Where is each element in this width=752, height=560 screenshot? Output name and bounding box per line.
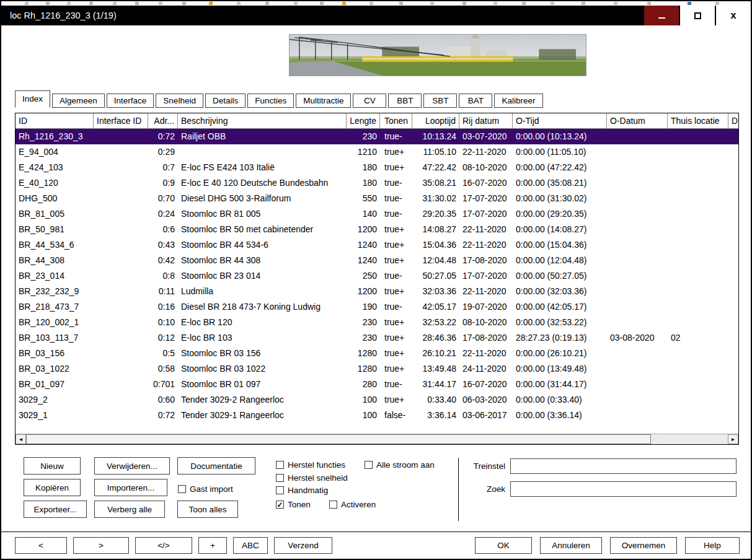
table-cell [94,346,148,361]
maximize-icon [694,12,701,19]
table-row[interactable]: BR_232_232_90:11Ludmilla1200true+32:03.3… [15,284,738,299]
checkbox-icon [276,486,284,494]
table-cell: BR_23_014 [15,268,94,284]
tab-kalibreer[interactable]: Kalibreer [494,94,542,108]
overnemen-button[interactable]: Overnemen [610,537,677,554]
documentatie-button[interactable]: Documentatie [177,457,255,475]
table-cell: 0:00.00 (14:08.27) [513,222,607,237]
table-cell: 16-07-2020 [459,377,513,392]
table-row[interactable]: E_94_0040:291210true+11:05.1022-11-20200… [15,144,738,160]
ok-button[interactable]: OK [475,537,532,554]
column-header[interactable]: Beschrijving [178,113,347,128]
importeren-button[interactable]: Importeren... [94,479,167,496]
nieuw-button[interactable]: Nieuw [24,457,81,475]
table-cell: BR_44_534_6 [15,237,94,253]
column-header[interactable]: O-Datum [607,113,668,128]
tab-interface[interactable]: Interface [107,94,154,108]
minimize-button[interactable] [644,6,679,25]
help-button[interactable]: Help [685,537,740,554]
column-header[interactable]: Adr... [148,113,178,128]
table-cell: true- [380,268,412,284]
table-row[interactable]: BR_23_0140:8Stoomloc BR 23 014250true-50… [15,268,738,284]
table-row[interactable]: BR_50_9810:6Stoomloc BR 50 met cabineten… [15,222,738,237]
verwijderen-button[interactable]: Verwijderen... [94,457,170,475]
handmatig-checkbox[interactable]: Handmatig [276,485,328,496]
tab-details[interactable]: Details [205,94,246,108]
table-row[interactable]: BR_03_10220:58Stoomloc BR 03 10221280tru… [15,361,738,377]
banner-photo-art [290,35,586,76]
table-cell: 0:00.00 (32:53.22) [513,315,607,330]
scrollbar-thumb[interactable] [26,434,651,444]
table-row[interactable]: E_40_1200:9E-loc E 40 120 Deutsche Bunde… [15,175,738,191]
table-cell: 28:27.23 (0:19.13) [513,330,607,346]
tab-snelheid[interactable]: Snelheid [156,94,203,108]
prev-next-button[interactable]: </> [135,537,192,554]
table-cell [728,160,738,175]
table-row[interactable]: Rh_1216_230_30:72Railjet OBB230true-10:1… [15,129,738,144]
tab-bbt[interactable]: BBT [388,94,422,108]
table-cell: 0:72 [148,408,178,423]
scroll-right-button[interactable]: ► [728,434,738,444]
table-row[interactable]: BR_44_3080:42Stoomloc BR 44 3081240true+… [15,253,738,268]
table-cell [607,160,668,175]
banner-photo [289,34,586,76]
tab-bat[interactable]: BAT [459,94,492,108]
plus-button[interactable]: + [198,537,227,554]
zoek-input[interactable] [510,481,737,497]
tab-multitractie[interactable]: Multitractie [296,94,351,108]
tonen-checkbox[interactable]: ✓ Tonen [276,499,311,510]
verzend-button[interactable]: Verzend [274,537,332,554]
tab-functies[interactable]: Functies [247,94,294,108]
tab-cv[interactable]: CV [353,94,386,108]
herstel-functies-checkbox[interactable]: Herstel functies [276,460,345,470]
table-row[interactable]: BR_01_0970:701Stoomloc BR 01 097280true-… [15,377,738,392]
tab-index[interactable]: Index [15,90,50,108]
table-row[interactable]: BR_03_1560:5Stoomloc BR 03 1561280true+2… [15,346,738,361]
column-header[interactable]: Lengte [347,113,380,128]
verberg-alle-button[interactable]: Verberg alle [94,501,165,518]
kopieren-button[interactable]: Kopiëren [24,479,81,496]
column-header[interactable]: ID [15,113,94,128]
table-row[interactable]: BR_103_113_70:12E-loc BR 103230true+28:4… [15,330,738,346]
maximize-button[interactable] [680,6,715,25]
column-header[interactable]: D [728,113,738,128]
tab-bar: IndexAlgemeenInterfaceSnelheidDetailsFun… [15,90,545,108]
tab-algemeen[interactable]: Algemeen [52,94,105,108]
table-cell: 0:00.00 (31:30.02) [513,191,607,206]
close-button[interactable]: x [716,6,751,25]
annuleren-button[interactable]: Annuleren [540,537,602,554]
table-row[interactable]: BR_44_534_60:43Stoomloc BR 44 534-61240t… [15,237,738,253]
table-cell [728,284,738,299]
table-row[interactable]: BR_81_0050:24Stoomloc BR 81 005140true-2… [15,206,738,222]
abc-button[interactable]: ABC [233,537,268,554]
table-row[interactable]: DHG_5000:70Diesel DHG 500 3-Railforum550… [15,191,738,206]
treinstel-input[interactable] [510,458,737,474]
alle-stroom-aan-checkbox[interactable]: Alle stroom aan [365,460,435,470]
table-row[interactable]: E_424_1030:7E-loc FS E424 103 Italië180t… [15,160,738,175]
table-row[interactable]: 3029_10:72Tender 3029-1 Rangeerloc100fal… [15,408,738,423]
activeren-checkbox[interactable]: Activeren [329,499,376,510]
table-cell [94,299,148,315]
column-header[interactable]: Rij datum [459,113,513,128]
prev-button[interactable]: < [15,537,67,554]
table-cell: 32:53.22 [412,315,459,330]
table-cell: true+ [380,392,412,408]
table-row[interactable]: BR_120_002_10:10E-loc BR 120230true+32:5… [15,315,738,330]
next-button[interactable]: > [73,537,129,554]
column-header[interactable]: Tonen [380,113,412,128]
table-cell [607,144,668,160]
herstel-snelheid-checkbox[interactable]: Herstel snelheid [276,473,348,483]
column-header[interactable]: O-Tijd [513,113,607,128]
toon-alles-button[interactable]: Toon alles [177,501,238,518]
table-cell: Stoomloc BR 81 005 [178,206,347,222]
column-header[interactable]: Interface ID [94,113,148,128]
column-header[interactable]: Looptijd [412,113,459,128]
tab-sbt[interactable]: SBT [423,94,457,108]
table-cell: Tender 3029-2 Rangeerloc [178,392,347,408]
column-header[interactable]: Thuis locatie [668,113,728,128]
exporteer-button[interactable]: Exporteer... [24,501,87,518]
scroll-left-button[interactable]: ◄ [15,434,26,444]
table-row[interactable]: BR_218_473_70:16Diesel BR 218 473-7 Koni… [15,299,738,315]
gast-import-checkbox[interactable]: Gast import [178,484,233,494]
table-row[interactable]: 3029_20:60Tender 3029-2 Rangeerloc100tru… [15,392,738,408]
